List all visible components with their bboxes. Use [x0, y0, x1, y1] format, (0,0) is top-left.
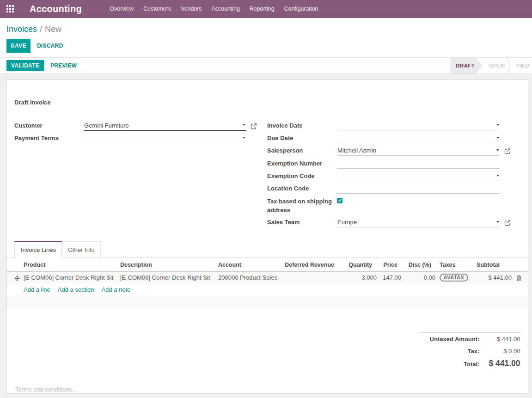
sales-team-field[interactable]: Europe — [337, 215, 500, 227]
cell-trash — [512, 272, 528, 283]
total-row: Total: $ 441.00 — [419, 357, 520, 371]
untaxed-amount-row: Untaxed Amount: $ 441.00 — [419, 332, 520, 345]
status-steps: DRAFT OPEN PAID — [450, 58, 532, 73]
salesperson-external-link-icon[interactable] — [504, 143, 511, 156]
save-button[interactable]: SAVE — [6, 39, 31, 53]
breadcrumb: Invoices / New — [6, 24, 532, 34]
tab-other-info[interactable]: Other Info — [62, 241, 101, 258]
tax-shipping-checkbox[interactable] — [337, 198, 342, 203]
cell-account[interactable]: 200000 Product Sales — [218, 272, 284, 283]
breadcrumb-current: New — [45, 24, 61, 34]
invoice-line-row: [E-COM06] Corner Desk Right Sit [E-COM06… — [7, 272, 528, 283]
cell-disc[interactable]: 0.00 — [402, 272, 436, 283]
payment-terms-label: Payment Terms — [14, 131, 84, 143]
navbar-menu: Overview Customers Vendors Accounting Re… — [105, 0, 323, 18]
cell-product[interactable]: [E-COM06] Corner Desk Right Sit — [23, 272, 120, 283]
salesperson-caret-icon[interactable] — [496, 149, 499, 151]
tax-value: $ 0.00 — [489, 345, 520, 357]
menu-item-configuration[interactable]: Configuration — [279, 0, 323, 18]
due-date-field[interactable] — [337, 130, 500, 143]
add-links-spacer-cell — [7, 283, 23, 296]
cell-quantity[interactable]: 3.000 — [344, 272, 377, 283]
menu-item-vendors[interactable]: Vendors — [176, 0, 207, 18]
validate-button[interactable]: VALIDATE — [6, 60, 44, 71]
status-step-draft[interactable]: DRAFT — [450, 58, 483, 73]
discard-button[interactable]: DISCARD — [37, 43, 63, 49]
terms-and-conditions-input[interactable]: Terms and conditions... — [15, 386, 77, 393]
breadcrumb-invoices[interactable]: Invoices — [6, 24, 37, 34]
status-step-paid[interactable]: PAID — [511, 58, 532, 73]
tax-row: Tax: $ 0.00 — [419, 345, 520, 357]
col-subtotal: Subtotal — [476, 258, 512, 272]
drag-handle-icon[interactable] — [7, 272, 23, 283]
menu-item-reporting[interactable]: Reporting — [245, 0, 279, 18]
breadcrumb-separator: / — [39, 24, 43, 34]
add-a-section-link[interactable]: Add a section — [58, 286, 94, 293]
cell-description[interactable]: [E-COM06] Corner Desk Right Sit — [120, 272, 218, 283]
exemption-number-label: Exemption Number — [267, 156, 337, 168]
field-row-salesperson: Salesperson Mitchell Admin — [267, 143, 520, 156]
trash-column-header — [512, 258, 528, 272]
col-account: Account — [218, 258, 284, 272]
payment-terms-field[interactable] — [84, 131, 246, 143]
status-step-open[interactable]: OPEN — [483, 58, 507, 73]
tab-invoice-lines[interactable]: Invoice Lines — [14, 241, 62, 258]
location-code-field[interactable] — [337, 181, 500, 194]
status-chevron-icon — [507, 58, 511, 73]
cell-price[interactable]: 147.00 — [377, 272, 402, 283]
payment-terms-dropdown-caret-icon[interactable] — [243, 137, 245, 139]
invoice-date-field[interactable] — [337, 118, 500, 130]
app-title[interactable]: Accounting — [30, 0, 82, 18]
field-row-exemption-code: Exemption Code — [267, 169, 520, 181]
salesperson-label: Salesperson — [267, 143, 337, 156]
customer-field[interactable]: Gemini Furniture — [84, 118, 246, 131]
col-disc: Disc (%) — [402, 258, 436, 272]
form-left-column: Customer Gemini Furniture Payment Terms — [14, 118, 267, 227]
sheet-title: Draft Invoice — [14, 99, 520, 105]
avatax-badge[interactable]: AVATAX — [440, 274, 468, 282]
tax-shipping-label: Tax based on shipping address — [267, 194, 337, 215]
sales-team-caret-icon[interactable] — [496, 221, 499, 223]
tax-shipping-checkbox-wrap — [337, 194, 342, 215]
menu-item-overview[interactable]: Overview — [105, 0, 139, 18]
exemption-number-field[interactable] — [337, 156, 500, 168]
apps-grid-icon[interactable] — [6, 5, 14, 12]
page-background: Draft Invoice Customer Gemini Furniture — [0, 74, 532, 398]
col-price: Price — [377, 258, 402, 272]
empty-stripe-cell — [7, 296, 528, 308]
sales-team-external-link-icon[interactable] — [504, 215, 511, 227]
total-label: Total: — [419, 357, 489, 371]
col-description: Description — [120, 258, 218, 272]
sales-team-value: Europe — [337, 219, 357, 226]
invoice-date-caret-icon[interactable] — [496, 124, 499, 126]
exemption-code-field[interactable] — [337, 169, 500, 181]
add-a-line-link[interactable]: Add a line — [24, 286, 50, 293]
form-right-column: Invoice Date Due Date — [267, 118, 520, 227]
customer-dropdown-caret-icon[interactable] — [243, 124, 245, 126]
statusbar: VALIDATE PREVIEW DRAFT OPEN PAID — [0, 57, 532, 74]
sales-team-label: Sales Team — [267, 215, 337, 227]
cell-deferred-revenue[interactable] — [284, 272, 344, 283]
empty-stripe-row — [7, 296, 528, 308]
field-row-sales-team: Sales Team Europe — [267, 215, 520, 227]
exemption-code-caret-icon[interactable] — [496, 175, 499, 177]
delete-line-icon[interactable] — [516, 274, 521, 281]
col-product: Product — [23, 258, 120, 272]
menu-item-customers[interactable]: Customers — [139, 0, 176, 18]
cell-subtotal[interactable]: $ 441.00 — [476, 272, 512, 283]
add-a-note-link[interactable]: Add a note — [101, 286, 130, 293]
due-date-caret-icon[interactable] — [496, 137, 499, 139]
form-groups: Customer Gemini Furniture Payment Terms — [14, 118, 520, 227]
invoice-date-label: Invoice Date — [267, 118, 337, 130]
customer-external-link-icon[interactable] — [251, 118, 257, 131]
preview-button[interactable]: PREVIEW — [50, 62, 77, 69]
exemption-code-label: Exemption Code — [267, 169, 337, 181]
menu-item-accounting[interactable]: Accounting — [207, 0, 245, 18]
invoice-form-sheet: Draft Invoice Customer Gemini Furniture — [6, 80, 528, 394]
salesperson-field[interactable]: Mitchell Admin — [337, 143, 500, 156]
add-links-row: Add a line Add a section Add a note — [7, 283, 528, 296]
col-taxes: Taxes — [436, 258, 476, 272]
field-row-location-code: Location Code — [267, 181, 520, 194]
invoice-lines-table: Product Description Account Deferred Rev… — [7, 258, 528, 308]
due-date-label: Due Date — [267, 130, 337, 143]
